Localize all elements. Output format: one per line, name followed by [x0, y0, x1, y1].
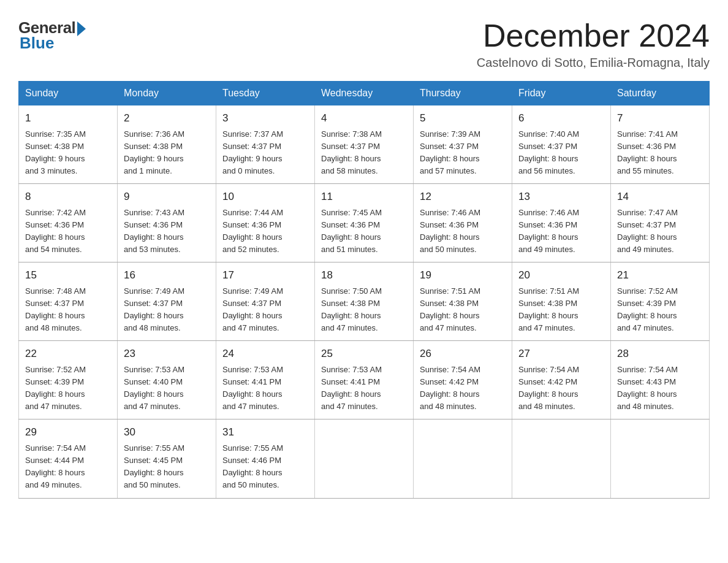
- calendar-table: SundayMondayTuesdayWednesdayThursdayFrid…: [18, 81, 710, 498]
- day-info: Sunrise: 7:36 AMSunset: 4:38 PMDaylight:…: [124, 128, 210, 178]
- day-number: 16: [124, 267, 210, 283]
- day-of-week-header: Friday: [512, 82, 611, 105]
- page-header: General Blue December 2024 Castelnovo di…: [18, 18, 710, 70]
- day-info: Sunrise: 7:50 AMSunset: 4:38 PMDaylight:…: [321, 285, 407, 335]
- day-number: 26: [420, 346, 506, 362]
- day-number: 8: [25, 189, 111, 205]
- day-info: Sunrise: 7:45 AMSunset: 4:36 PMDaylight:…: [321, 207, 407, 256]
- calendar-day-cell: 30Sunrise: 7:55 AMSunset: 4:45 PMDayligh…: [118, 419, 216, 498]
- calendar-week-row: 8Sunrise: 7:42 AMSunset: 4:36 PMDaylight…: [19, 184, 710, 262]
- day-number: 23: [124, 346, 210, 362]
- calendar-day-cell: 16Sunrise: 7:49 AMSunset: 4:37 PMDayligh…: [118, 262, 216, 341]
- calendar-day-cell: 31Sunrise: 7:55 AMSunset: 4:46 PMDayligh…: [216, 419, 315, 498]
- calendar-day-cell: 6Sunrise: 7:40 AMSunset: 4:37 PMDaylight…: [512, 105, 611, 184]
- logo: General Blue: [18, 18, 86, 53]
- calendar-day-cell: 26Sunrise: 7:54 AMSunset: 4:42 PMDayligh…: [414, 341, 512, 419]
- day-number: 15: [25, 267, 111, 283]
- day-info: Sunrise: 7:51 AMSunset: 4:38 PMDaylight:…: [420, 285, 506, 335]
- day-number: 25: [321, 346, 407, 362]
- day-number: 10: [222, 189, 308, 205]
- title-area: December 2024 Castelnovo di Sotto, Emili…: [477, 18, 710, 70]
- day-of-week-header: Wednesday: [315, 82, 414, 105]
- calendar-day-cell: 17Sunrise: 7:49 AMSunset: 4:37 PMDayligh…: [216, 262, 315, 341]
- day-info: Sunrise: 7:35 AMSunset: 4:38 PMDaylight:…: [25, 128, 111, 178]
- day-number: 4: [321, 110, 407, 126]
- calendar-week-row: 22Sunrise: 7:52 AMSunset: 4:39 PMDayligh…: [19, 341, 710, 419]
- calendar-day-cell: 14Sunrise: 7:47 AMSunset: 4:37 PMDayligh…: [611, 184, 710, 262]
- day-of-week-header: Sunday: [19, 82, 118, 105]
- calendar-day-cell: 28Sunrise: 7:54 AMSunset: 4:43 PMDayligh…: [611, 341, 710, 419]
- calendar-day-cell: 20Sunrise: 7:51 AMSunset: 4:38 PMDayligh…: [512, 262, 611, 341]
- calendar-day-cell: 18Sunrise: 7:50 AMSunset: 4:38 PMDayligh…: [315, 262, 414, 341]
- day-number: 13: [518, 189, 604, 205]
- day-info: Sunrise: 7:40 AMSunset: 4:37 PMDaylight:…: [518, 128, 604, 178]
- calendar-header-row: SundayMondayTuesdayWednesdayThursdayFrid…: [19, 82, 710, 105]
- calendar-day-cell: 22Sunrise: 7:52 AMSunset: 4:39 PMDayligh…: [19, 341, 118, 419]
- day-info: Sunrise: 7:53 AMSunset: 4:40 PMDaylight:…: [124, 364, 210, 413]
- day-number: 22: [25, 346, 111, 362]
- calendar-day-cell: 12Sunrise: 7:46 AMSunset: 4:36 PMDayligh…: [414, 184, 512, 262]
- day-number: 9: [124, 189, 210, 205]
- calendar-day-cell: 23Sunrise: 7:53 AMSunset: 4:40 PMDayligh…: [118, 341, 216, 419]
- day-number: 2: [124, 110, 210, 126]
- day-info: Sunrise: 7:49 AMSunset: 4:37 PMDaylight:…: [124, 285, 210, 335]
- day-of-week-header: Tuesday: [216, 82, 315, 105]
- calendar-day-cell: 8Sunrise: 7:42 AMSunset: 4:36 PMDaylight…: [19, 184, 118, 262]
- day-number: 21: [617, 267, 703, 283]
- day-info: Sunrise: 7:53 AMSunset: 4:41 PMDaylight:…: [222, 364, 308, 413]
- day-number: 31: [222, 424, 308, 440]
- day-info: Sunrise: 7:55 AMSunset: 4:46 PMDaylight:…: [222, 442, 308, 492]
- day-info: Sunrise: 7:46 AMSunset: 4:36 PMDaylight:…: [420, 207, 506, 256]
- calendar-day-cell: 2Sunrise: 7:36 AMSunset: 4:38 PMDaylight…: [118, 105, 216, 184]
- calendar-day-cell: 5Sunrise: 7:39 AMSunset: 4:37 PMDaylight…: [414, 105, 512, 184]
- day-info: Sunrise: 7:46 AMSunset: 4:36 PMDaylight:…: [518, 207, 604, 256]
- day-info: Sunrise: 7:53 AMSunset: 4:41 PMDaylight:…: [321, 364, 407, 413]
- day-number: 1: [25, 110, 111, 126]
- calendar-day-cell: [414, 419, 512, 498]
- day-number: 7: [617, 110, 703, 126]
- day-of-week-header: Monday: [118, 82, 216, 105]
- day-info: Sunrise: 7:52 AMSunset: 4:39 PMDaylight:…: [617, 285, 703, 335]
- location-subtitle: Castelnovo di Sotto, Emilia-Romagna, Ita…: [477, 56, 710, 70]
- day-info: Sunrise: 7:51 AMSunset: 4:38 PMDaylight:…: [518, 285, 604, 335]
- day-number: 3: [222, 110, 308, 126]
- calendar-day-cell: [512, 419, 611, 498]
- day-info: Sunrise: 7:54 AMSunset: 4:42 PMDaylight:…: [420, 364, 506, 413]
- day-number: 19: [420, 267, 506, 283]
- day-info: Sunrise: 7:44 AMSunset: 4:36 PMDaylight:…: [222, 207, 308, 256]
- calendar-day-cell: 24Sunrise: 7:53 AMSunset: 4:41 PMDayligh…: [216, 341, 315, 419]
- calendar-day-cell: 19Sunrise: 7:51 AMSunset: 4:38 PMDayligh…: [414, 262, 512, 341]
- day-number: 18: [321, 267, 407, 283]
- day-number: 5: [420, 110, 506, 126]
- day-info: Sunrise: 7:55 AMSunset: 4:45 PMDaylight:…: [124, 442, 210, 492]
- calendar-day-cell: 15Sunrise: 7:48 AMSunset: 4:37 PMDayligh…: [19, 262, 118, 341]
- day-info: Sunrise: 7:41 AMSunset: 4:36 PMDaylight:…: [617, 128, 703, 178]
- logo-arrow-icon: [77, 21, 86, 36]
- calendar-day-cell: 10Sunrise: 7:44 AMSunset: 4:36 PMDayligh…: [216, 184, 315, 262]
- calendar-day-cell: 29Sunrise: 7:54 AMSunset: 4:44 PMDayligh…: [19, 419, 118, 498]
- calendar-day-cell: [315, 419, 414, 498]
- day-info: Sunrise: 7:42 AMSunset: 4:36 PMDaylight:…: [25, 207, 111, 256]
- day-of-week-header: Thursday: [414, 82, 512, 105]
- calendar-day-cell: 11Sunrise: 7:45 AMSunset: 4:36 PMDayligh…: [315, 184, 414, 262]
- month-year-title: December 2024: [477, 18, 710, 53]
- day-number: 24: [222, 346, 308, 362]
- calendar-day-cell: 3Sunrise: 7:37 AMSunset: 4:37 PMDaylight…: [216, 105, 315, 184]
- day-info: Sunrise: 7:47 AMSunset: 4:37 PMDaylight:…: [617, 207, 703, 256]
- calendar-day-cell: 21Sunrise: 7:52 AMSunset: 4:39 PMDayligh…: [611, 262, 710, 341]
- day-info: Sunrise: 7:54 AMSunset: 4:44 PMDaylight:…: [25, 442, 111, 492]
- calendar-day-cell: 25Sunrise: 7:53 AMSunset: 4:41 PMDayligh…: [315, 341, 414, 419]
- calendar-day-cell: 7Sunrise: 7:41 AMSunset: 4:36 PMDaylight…: [611, 105, 710, 184]
- calendar-week-row: 15Sunrise: 7:48 AMSunset: 4:37 PMDayligh…: [19, 262, 710, 341]
- day-number: 30: [124, 424, 210, 440]
- day-number: 20: [518, 267, 604, 283]
- calendar-day-cell: 1Sunrise: 7:35 AMSunset: 4:38 PMDaylight…: [19, 105, 118, 184]
- day-info: Sunrise: 7:39 AMSunset: 4:37 PMDaylight:…: [420, 128, 506, 178]
- calendar-day-cell: 9Sunrise: 7:43 AMSunset: 4:36 PMDaylight…: [118, 184, 216, 262]
- calendar-day-cell: [611, 419, 710, 498]
- calendar-day-cell: 4Sunrise: 7:38 AMSunset: 4:37 PMDaylight…: [315, 105, 414, 184]
- day-info: Sunrise: 7:54 AMSunset: 4:42 PMDaylight:…: [518, 364, 604, 413]
- day-number: 12: [420, 189, 506, 205]
- calendar-week-row: 29Sunrise: 7:54 AMSunset: 4:44 PMDayligh…: [19, 419, 710, 498]
- day-number: 29: [25, 424, 111, 440]
